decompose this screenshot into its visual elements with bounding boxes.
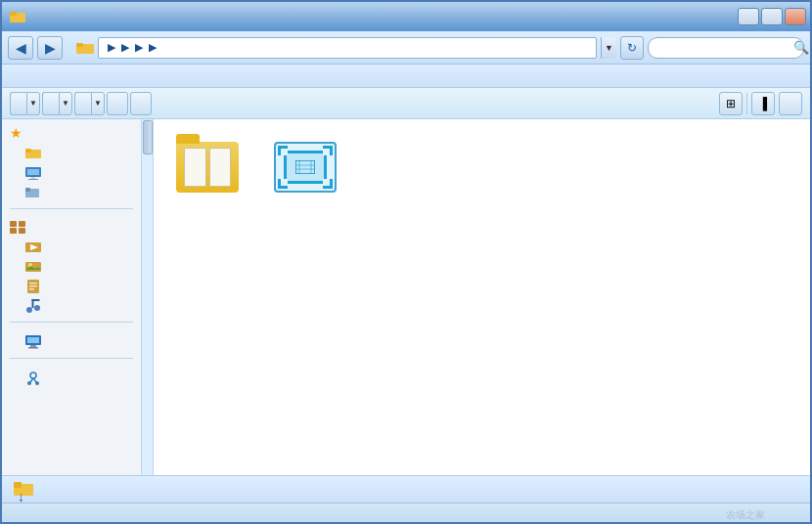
address-bar: ◀ ▶ ▶ ▶ ▶ ▶ ▼ ↻ 🔍 xyxy=(2,31,810,65)
minimize-button[interactable] xyxy=(738,8,759,25)
download-arrow-icon: ↓ xyxy=(18,490,24,503)
back-button[interactable]: ◀ xyxy=(8,36,33,60)
svg-rect-31 xyxy=(30,345,36,347)
share-dropdown[interactable]: ▼ xyxy=(91,92,105,115)
svg-text:农场之家: 农场之家 xyxy=(726,509,765,520)
svg-rect-28 xyxy=(32,299,40,301)
fs-corner-br xyxy=(323,179,333,189)
svg-rect-38 xyxy=(295,160,315,174)
breadcrumb-bar: ▶ ▶ ▶ ▶ xyxy=(98,37,597,59)
sidebar-scrollbar[interactable] xyxy=(141,119,153,475)
svg-rect-3 xyxy=(76,43,83,47)
svg-rect-22 xyxy=(29,283,37,284)
menu-edit[interactable] xyxy=(25,74,41,78)
organize-dropdown[interactable]: ▼ xyxy=(26,92,40,115)
sidebar-item-pictures[interactable] xyxy=(10,257,141,277)
faststone-app-icon xyxy=(271,138,339,196)
sidebar-favorites-title[interactable]: ★ xyxy=(10,125,141,141)
sidebar-favorites-section: ★ xyxy=(2,119,141,204)
title-bar xyxy=(2,2,810,31)
watermark-logo: 农场之家 xyxy=(724,505,802,523)
folder-tab xyxy=(176,134,200,144)
menu-file[interactable] xyxy=(10,74,25,78)
svg-rect-9 xyxy=(28,179,38,180)
window-controls xyxy=(738,8,806,25)
include-button[interactable] xyxy=(42,92,59,115)
sidebar-item-docs[interactable] xyxy=(10,277,141,296)
sidebar-item-downloads[interactable] xyxy=(10,144,141,163)
svg-rect-12 xyxy=(10,221,17,227)
watermark-text: 农场之家 xyxy=(724,505,802,525)
svg-point-26 xyxy=(34,305,40,311)
recent-icon xyxy=(25,185,41,200)
svg-rect-44 xyxy=(14,482,22,488)
preview-pane-button[interactable]: ▐ xyxy=(751,92,775,115)
menu-view[interactable] xyxy=(41,74,57,78)
organize-button[interactable] xyxy=(10,92,26,115)
svg-rect-1 xyxy=(10,12,17,16)
library-icon xyxy=(10,219,25,235)
organize-group: ▼ xyxy=(10,92,40,115)
forward-button[interactable]: ▶ xyxy=(37,36,63,60)
svg-point-37 xyxy=(35,381,39,385)
svg-rect-23 xyxy=(29,285,37,287)
sidebar-library-section xyxy=(2,213,141,318)
include-dropdown[interactable]: ▼ xyxy=(59,92,72,115)
sidebar-item-videos[interactable] xyxy=(10,238,141,257)
sidebar-network-section xyxy=(2,363,141,390)
status-bar-top: ↓ xyxy=(2,475,810,502)
fs-corner-tr xyxy=(323,146,333,155)
folder-shape xyxy=(176,142,239,193)
main-area: ★ xyxy=(2,119,810,475)
search-bar: 🔍 xyxy=(648,37,804,59)
sidebar-item-music[interactable] xyxy=(10,296,141,316)
maximize-button[interactable] xyxy=(761,8,783,25)
fs-inner-icon xyxy=(295,160,315,174)
file-item-faststone-folder[interactable] xyxy=(163,134,251,204)
svg-rect-30 xyxy=(27,337,39,343)
sidebar-item-computer[interactable] xyxy=(10,332,141,352)
svg-rect-13 xyxy=(19,221,25,227)
menu-help[interactable] xyxy=(72,74,88,78)
sidebar-library-title[interactable] xyxy=(10,219,141,235)
search-input[interactable] xyxy=(654,42,789,54)
fs-inner-box xyxy=(284,151,327,184)
view-toggle-button[interactable]: ⊞ xyxy=(719,92,743,115)
desktop-icon xyxy=(25,165,41,181)
status-bottom-right: 农场之家 xyxy=(724,505,802,525)
breadcrumb-dropdown-button[interactable]: ▼ xyxy=(601,37,616,59)
svg-rect-8 xyxy=(31,177,35,179)
computer-icon xyxy=(25,334,41,350)
divider-2 xyxy=(10,322,133,323)
close-button[interactable] xyxy=(785,8,806,25)
newfolder-button[interactable] xyxy=(130,92,152,115)
menu-tools[interactable] xyxy=(57,74,72,78)
include-group: ▼ xyxy=(42,92,72,115)
sidebar-item-recent[interactable] xyxy=(10,183,141,202)
toolbar-right: ⊞ ▐ xyxy=(719,92,802,115)
file-item-2[interactable] xyxy=(261,134,349,204)
sidebar-computer-section xyxy=(2,327,141,354)
folder-page-2 xyxy=(209,148,232,187)
folder-page-1 xyxy=(184,148,206,187)
help-button[interactable] xyxy=(779,92,802,115)
star-icon: ★ xyxy=(10,125,23,141)
slideshow-button[interactable] xyxy=(107,92,128,115)
sidebar-scroll-thumb[interactable] xyxy=(143,120,153,154)
folder-icon xyxy=(173,138,242,196)
address-folder-icon xyxy=(76,40,94,56)
svg-rect-14 xyxy=(10,228,17,234)
share-button[interactable] xyxy=(74,92,91,115)
sidebar-item-desktop[interactable] xyxy=(10,163,141,183)
search-icon[interactable]: 🔍 xyxy=(793,40,809,55)
refresh-button[interactable]: ↻ xyxy=(620,36,644,60)
svg-rect-15 xyxy=(19,228,25,234)
svg-rect-32 xyxy=(28,347,38,349)
svg-rect-11 xyxy=(25,188,30,192)
svg-point-36 xyxy=(27,381,31,385)
title-bar-left xyxy=(10,9,29,24)
music-icon xyxy=(25,298,41,314)
svg-point-33 xyxy=(30,372,36,378)
sidebar-item-network[interactable] xyxy=(10,369,141,388)
folder-title-icon xyxy=(10,9,25,24)
